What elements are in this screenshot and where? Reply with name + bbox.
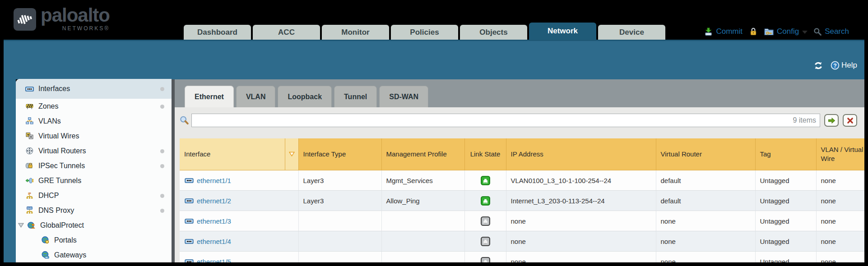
sidebar-item-gateways[interactable]: Gateways xyxy=(16,248,172,262)
interface-link[interactable]: ethernet1/2 xyxy=(197,197,231,205)
tab-sd-wan[interactable]: SD-WAN xyxy=(379,86,428,107)
tab-acc[interactable]: ACC xyxy=(253,25,320,40)
sidebar-item-globalprotect[interactable]: GlobalProtect xyxy=(16,218,172,233)
sidebar-item-label: Virtual Wires xyxy=(38,132,79,140)
cell-tag: Untagged xyxy=(755,170,816,191)
link-up-icon xyxy=(465,196,506,206)
col-header-interface-type[interactable]: Interface Type xyxy=(298,138,381,170)
cell-vlan-virtual-wire: none xyxy=(816,211,864,231)
status-dot xyxy=(160,194,164,198)
sidebar-item-ipsec-tunnels[interactable]: IPSec Tunnels xyxy=(16,158,172,173)
cell-management-profile xyxy=(381,211,464,231)
apply-filter-button[interactable] xyxy=(824,114,839,127)
cell-interface: ethernet1/1 xyxy=(180,170,298,191)
sidebar-item-zones[interactable]: Zones xyxy=(16,99,172,114)
cell-ip-address: none xyxy=(506,231,656,252)
sidebar-item-label: Portals xyxy=(54,236,77,244)
filter-input[interactable] xyxy=(191,114,820,127)
sort-dropdown-icon[interactable] xyxy=(285,138,298,170)
clear-filter-button[interactable] xyxy=(843,114,857,127)
table-row-ethernet1-4: ethernet1/4nonenoneUntaggednone xyxy=(180,231,864,252)
cell-tag: Untagged xyxy=(755,231,816,252)
cell-management-profile xyxy=(381,252,464,263)
interface-link[interactable]: ethernet1/4 xyxy=(197,238,231,245)
zones-icon xyxy=(24,102,35,110)
interface-icon xyxy=(184,197,194,204)
interface-link[interactable]: ethernet1/3 xyxy=(197,217,231,225)
col-header-virtual-router[interactable]: Virtual Router xyxy=(656,138,755,170)
col-header-management-profile[interactable]: Management Profile xyxy=(381,138,464,170)
top-actions: Commit Config Search xyxy=(704,27,849,36)
filter-row: 9 items xyxy=(179,114,857,127)
sidebar-item-portals[interactable]: Portals xyxy=(16,233,172,248)
refresh-icon[interactable] xyxy=(813,61,823,70)
commit-button[interactable]: Commit xyxy=(716,27,743,36)
tab-device[interactable]: Device xyxy=(598,25,665,40)
search-icon xyxy=(813,28,822,36)
link-down-icon xyxy=(465,216,506,226)
cell-ip-address: none xyxy=(506,211,656,231)
sidebar-item-label: DNS Proxy xyxy=(38,206,74,215)
svg-text:IP: IP xyxy=(28,192,31,195)
col-header-tag[interactable]: Tag xyxy=(755,138,816,170)
cell-link-state xyxy=(464,191,506,211)
cell-tag: Untagged xyxy=(755,252,816,263)
interface-link[interactable]: ethernet1/5 xyxy=(197,258,231,263)
config-button[interactable]: Config xyxy=(777,27,799,36)
tab-policies[interactable]: Policies xyxy=(391,25,458,40)
tab-dashboard[interactable]: Dashboard xyxy=(184,25,251,40)
vlans-icon xyxy=(24,117,35,125)
sidebar-item-label: Virtual Routers xyxy=(38,147,86,155)
paloalto-logo-icon xyxy=(14,8,36,31)
sidebar-item-virtual-routers[interactable]: Virtual Routers xyxy=(16,143,172,158)
cell-interface: ethernet1/2 xyxy=(180,191,298,211)
tab-ethernet[interactable]: Ethernet xyxy=(185,86,234,107)
tab-tunnel[interactable]: Tunnel xyxy=(334,86,377,107)
sidebar-item-label: Gateways xyxy=(54,251,86,259)
globalprotect-icon xyxy=(26,221,37,229)
tab-vlan[interactable]: VLAN xyxy=(236,86,276,107)
sidebar-item-label: VLANs xyxy=(38,117,61,125)
tab-objects[interactable]: Objects xyxy=(460,25,527,40)
tab-monitor[interactable]: Monitor xyxy=(322,25,389,40)
cell-vlan-virtual-wire: none xyxy=(816,170,864,191)
cell-management-profile xyxy=(381,231,464,252)
cell-virtual-router: none xyxy=(656,211,755,231)
chevron-down-icon[interactable] xyxy=(802,31,808,34)
interfaces-icon xyxy=(24,85,35,93)
sidebar-item-dhcp[interactable]: IPDHCP xyxy=(16,188,172,203)
interfaces-table-zone: InterfaceInterface TypeManagement Profil… xyxy=(180,138,864,262)
brand-subtitle: NETWORKS® xyxy=(62,25,110,32)
col-header-link-state[interactable]: Link State xyxy=(464,138,506,170)
sidebar-item-label: Zones xyxy=(38,102,58,110)
status-dot xyxy=(160,149,164,153)
help-button[interactable]: ? Help xyxy=(831,61,857,70)
sidebar-item-label: GRE Tunnels xyxy=(38,177,81,185)
status-dot xyxy=(160,87,164,91)
search-button[interactable]: Search xyxy=(825,27,849,36)
green-arrow-icon xyxy=(828,117,836,124)
expander-icon[interactable] xyxy=(17,223,25,228)
tab-loopback[interactable]: Loopback xyxy=(278,86,332,107)
main-nav-tabs: DashboardACCMonitorPoliciesObjectsNetwor… xyxy=(184,23,665,40)
col-header-ip-address[interactable]: IP Address xyxy=(506,138,656,170)
cell-virtual-router: default xyxy=(656,170,755,191)
commit-icon xyxy=(704,28,713,36)
col-header-interface[interactable]: Interface xyxy=(180,138,285,170)
cell-vlan-virtual-wire: none xyxy=(816,191,864,211)
interface-link[interactable]: ethernet1/1 xyxy=(197,177,231,184)
sidebar-item-label: Interfaces xyxy=(38,85,70,93)
cell-virtual-router: default xyxy=(656,191,755,211)
sidebar-item-vlans[interactable]: VLANs xyxy=(16,114,172,128)
cell-interface: ethernet1/4 xyxy=(180,231,298,252)
help-label: Help xyxy=(841,61,857,70)
sidebar-item-interfaces[interactable]: Interfaces xyxy=(16,79,172,99)
col-header-vlan-virtual-wire[interactable]: VLAN / Virtual Wire xyxy=(816,138,864,170)
tab-network[interactable]: Network xyxy=(529,23,596,40)
link-down-icon xyxy=(465,237,506,246)
sidebar-item-dns-proxy[interactable]: DNSDNS Proxy xyxy=(16,203,172,218)
sidebar-item-virtual-wires[interactable]: Virtual Wires xyxy=(16,128,172,143)
sidebar-splitter[interactable] xyxy=(172,79,175,262)
lock-icon[interactable] xyxy=(749,28,757,36)
sidebar-item-gre-tunnels[interactable]: GRE Tunnels xyxy=(16,173,172,188)
